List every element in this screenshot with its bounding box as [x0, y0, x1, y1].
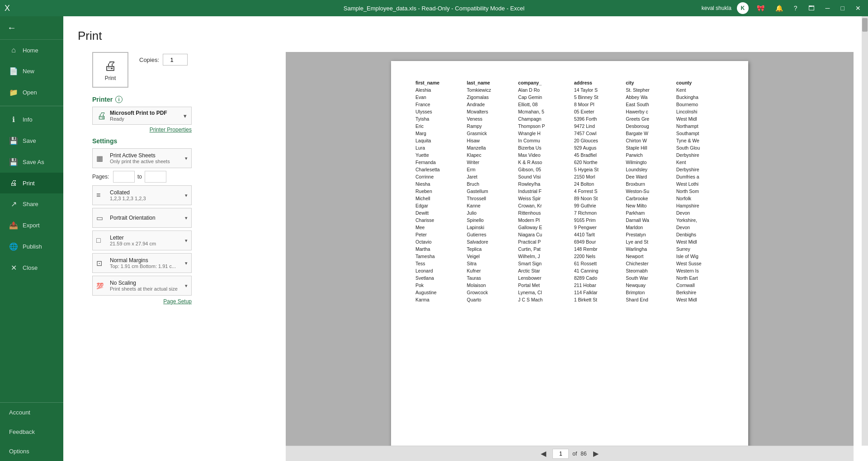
export-icon: 📤	[9, 221, 18, 230]
open-icon: 📁	[9, 88, 18, 97]
print-button[interactable]: 🖨 Print	[92, 52, 128, 88]
table-cell: Gutierres	[464, 231, 516, 238]
table-cell: Western Is	[674, 267, 726, 274]
table-row: PeterGutierresNiagara Cu4410 TarltPresta…	[413, 231, 726, 238]
prev-page-button[interactable]: ◀	[538, 448, 549, 459]
page-setup-link[interactable]: Page Setup	[92, 298, 192, 305]
table-row: CorrinneJaretSound Visi2150 MorlDee Ward…	[413, 173, 726, 180]
table-cell: Weiss Spir	[515, 195, 571, 202]
table-row: MarthaTeplicaCurtin, Pat148 RembrWarling…	[413, 245, 726, 253]
table-cell: Sitra	[464, 260, 516, 267]
table-cell: Parwich	[623, 151, 674, 159]
notification-icon[interactable]: 🔔	[773, 4, 786, 13]
table-cell: 2200 Nels	[571, 253, 623, 260]
sidebar-item-open[interactable]: 📁 Open	[0, 82, 63, 103]
table-cell: Writer	[464, 159, 516, 166]
sidebar-item-home[interactable]: ⌂ Home	[0, 40, 63, 61]
copies-label: Copies:	[139, 56, 159, 63]
table-cell: Martha	[413, 245, 464, 253]
margins-dropdown[interactable]: ⊡ Normal Margins Top: 1.91 cm Bottom: 1.…	[92, 253, 192, 273]
sidebar-item-feedback[interactable]: Feedback	[0, 422, 63, 442]
table-cell: Klapec	[464, 151, 516, 159]
scaling-dropdown[interactable]: 💯 No Scaling Print sheets at their actua…	[92, 276, 192, 296]
pages-to-input[interactable]	[145, 171, 166, 183]
sidebar-item-share[interactable]: ↗ Share	[0, 193, 63, 215]
table-cell: Abbey Wa	[623, 94, 674, 101]
copies-row: Copies:	[139, 54, 188, 66]
printer-name: Microsoft Print to PDF	[110, 110, 167, 116]
sidebar-item-options[interactable]: Options	[0, 442, 63, 461]
paper-size-sub: 21.59 cm x 27.94 cm	[110, 241, 182, 246]
sidebar-item-save-as[interactable]: 💾 Save As	[0, 151, 63, 173]
table-row: NieshaBruchRowley/ha24 BoltonBroxburnWes…	[413, 180, 726, 188]
table-cell: Practical P	[515, 238, 571, 245]
table-cell: Kanne	[464, 202, 516, 209]
table-row: CharlesettaErmGibson, 055 Hygeia StLound…	[413, 166, 726, 173]
table-cell: Hampshire	[674, 202, 726, 209]
minimize-icon[interactable]: ─	[823, 4, 833, 13]
maximize-icon[interactable]: □	[838, 4, 847, 13]
print-what-dropdown[interactable]: ▦ Print Active Sheets Only print the act…	[92, 148, 192, 168]
table-cell: Chichester	[623, 260, 674, 267]
table-cell: Niesha	[413, 180, 464, 188]
restore-icon[interactable]: 🗔	[806, 4, 817, 13]
sidebar-item-export[interactable]: 📤 Export	[0, 215, 63, 236]
sidebar-item-new[interactable]: 📄 New	[0, 61, 63, 82]
ribbon-icon[interactable]: 🎀	[754, 4, 767, 13]
printer-properties-link[interactable]: Printer Properties	[92, 127, 192, 133]
collated-icon: ≡	[96, 191, 107, 199]
printer-select-dropdown[interactable]: 🖨 Microsoft Print to PDF Ready ▾	[92, 107, 192, 125]
table-cell: 20 Glouces	[571, 137, 623, 144]
margins-icon: ⊡	[96, 259, 107, 268]
table-cell: Alan D Ro	[515, 86, 571, 94]
help-icon[interactable]: ?	[791, 4, 800, 13]
margins-text: Normal Margins Top: 1.91 cm Bottom: 1.91…	[110, 257, 182, 269]
orientation-dropdown[interactable]: ▭ Portrait Orientation ▾	[92, 208, 192, 228]
sidebar-item-account[interactable]: Account	[0, 403, 63, 422]
separator1: -	[418, 5, 422, 12]
copies-input[interactable]	[163, 54, 188, 66]
table-cell: Gastellum	[464, 188, 516, 195]
paper-size-dropdown[interactable]: □ Letter 21.59 cm x 27.94 cm ▾	[92, 230, 192, 250]
pages-from-input[interactable]	[113, 171, 135, 183]
setting-row-margins: ⊡ Normal Margins Top: 1.91 cm Bottom: 1.…	[92, 253, 271, 273]
print-page-title: Print	[78, 29, 854, 43]
table-cell: Karma	[413, 296, 464, 303]
print-icon: 🖨	[9, 179, 18, 187]
current-page-input[interactable]	[552, 449, 569, 459]
table-cell: Jaret	[464, 173, 516, 180]
table-cell: Southampt	[674, 130, 726, 137]
new-icon: 📄	[9, 67, 18, 75]
pages-row: Pages: to	[92, 171, 271, 183]
preview-page: first_name last_name company_ address ci…	[391, 61, 748, 446]
sidebar-item-print[interactable]: 🖨 Print	[0, 173, 63, 193]
separator3: -	[506, 5, 510, 12]
table-cell: 5 Binney St	[571, 94, 623, 101]
avatar[interactable]: K	[737, 2, 749, 14]
table-cell: Parkham	[623, 209, 674, 216]
sidebar-back-button[interactable]: ←	[0, 16, 63, 40]
table-cell: 148 Rembr	[571, 245, 623, 253]
close-icon[interactable]: ✕	[853, 4, 863, 13]
table-cell: Staple Hill	[623, 144, 674, 151]
collated-dropdown[interactable]: ≡ Collated 1,2,3 1,2,3 1,2,3 ▾	[92, 185, 192, 205]
table-cell: Laquita	[413, 137, 464, 144]
paper-size-text: Letter 21.59 cm x 27.94 cm	[110, 235, 182, 246]
sidebar-nav: ⌂ Home 📄 New 📁 Open ℹ Info 💾 Save 💾	[0, 40, 63, 402]
print-what-text: Print Active Sheets Only print the activ…	[110, 152, 182, 164]
table-cell: Tamesha	[413, 253, 464, 260]
printer-section-title-text: Printer	[92, 96, 113, 103]
printer-info-icon[interactable]: i	[115, 96, 123, 103]
table-cell: Smart Sign	[515, 260, 571, 267]
sidebar-item-publish[interactable]: 🌐 Publish	[0, 236, 63, 257]
table-cell: Rampy	[464, 122, 516, 130]
table-cell: Berkshire	[674, 289, 726, 296]
sidebar-item-close[interactable]: ✕ Close	[0, 257, 63, 278]
sidebar-item-save[interactable]: 💾 Save	[0, 130, 63, 151]
printer-info: Microsoft Print to PDF Ready	[110, 110, 167, 122]
table-cell: 9165 Prim	[571, 216, 623, 224]
preview-container: first_name last_name company_ address ci…	[286, 52, 854, 446]
table-cell: Thompson P	[515, 122, 571, 130]
sidebar-item-info[interactable]: ℹ Info	[0, 109, 63, 130]
next-page-button[interactable]: ▶	[590, 448, 601, 459]
